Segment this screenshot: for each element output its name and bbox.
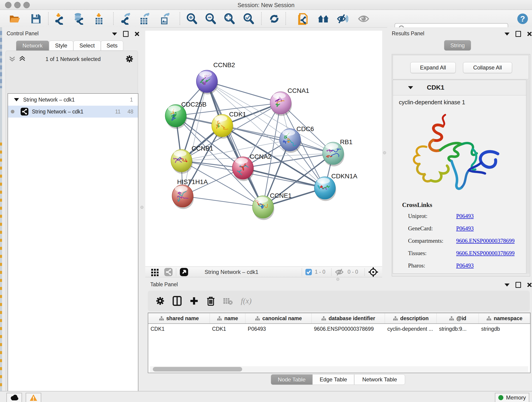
tab-sets[interactable]: Sets	[101, 41, 123, 51]
tab-node-table[interactable]: Node Table	[271, 374, 312, 385]
network-edge[interactable]	[207, 81, 263, 207]
warnings-button[interactable]	[26, 393, 41, 402]
network-node[interactable]: CDC6	[279, 125, 314, 153]
close-panel-icon[interactable]	[527, 282, 532, 287]
table-cell[interactable]: P06493	[245, 324, 312, 334]
float-panel-icon[interactable]	[505, 32, 510, 36]
maximize-panel-icon[interactable]	[123, 31, 128, 37]
tab-network[interactable]: Network	[16, 41, 49, 51]
table-horizontal-scrollbar[interactable]	[150, 366, 528, 372]
close-panel-icon[interactable]	[134, 32, 139, 36]
network-node[interactable]: CDKN1A	[314, 172, 357, 201]
table-options-button[interactable]	[156, 296, 165, 306]
scrollbar-thumb[interactable]	[153, 367, 242, 371]
tab-network-table[interactable]: Network Table	[354, 374, 405, 385]
show-grid-button[interactable]	[151, 268, 159, 276]
network-graph[interactable]: CCNB2CCNA1CDC25BCDK1CDC6RB1CCNB1CCNA2CDK…	[145, 31, 382, 267]
network-collection-row[interactable]: String Network – cdk1 1	[8, 94, 138, 106]
export-table-icon	[140, 13, 149, 24]
network-node[interactable]: CCNB2	[196, 61, 235, 95]
save-session-button[interactable]	[30, 13, 42, 25]
column-header-description[interactable]: description	[385, 313, 437, 323]
zoom-selected-button[interactable]	[243, 13, 254, 25]
table-cell[interactable]: CDK1	[148, 324, 210, 334]
export-image-button[interactable]	[159, 13, 171, 25]
network-node[interactable]: CDC25B	[165, 101, 206, 129]
maximize-panel-icon[interactable]	[515, 282, 521, 288]
collapse-triangle-icon[interactable]	[408, 86, 413, 89]
tab-select[interactable]: Select	[73, 41, 101, 51]
table-cell[interactable]: stringdb:9...	[437, 324, 479, 334]
right-splitter-handle[interactable]	[383, 151, 386, 154]
collapse-triangle-icon[interactable]	[14, 98, 19, 101]
zoom-out-button[interactable]	[205, 13, 216, 25]
table-cell[interactable]: 9606.ENSP00000378699	[312, 324, 385, 334]
tab-string[interactable]: String	[444, 40, 471, 51]
export-network-button[interactable]	[120, 13, 132, 25]
create-column-button[interactable]	[190, 296, 199, 306]
crosslink-value-link[interactable]: P06493	[456, 225, 474, 232]
network-edge[interactable]	[183, 196, 263, 207]
expand-all-button[interactable]: Expand All	[410, 62, 456, 73]
network-row-selected[interactable]: String Network – cdk1 11 48	[8, 106, 138, 118]
birdseye-view-button[interactable]	[179, 268, 189, 277]
memory-status-dot-icon	[498, 395, 503, 400]
apply-layout-button[interactable]	[268, 13, 280, 25]
tab-style[interactable]: Style	[49, 41, 73, 51]
enhanced-labels-toggle-button[interactable]	[337, 13, 348, 25]
table-cell[interactable]: cyclin-dependent ...	[385, 324, 437, 334]
collapse-all-button[interactable]	[8, 55, 17, 63]
crosslink-value-link[interactable]: P06493	[456, 213, 474, 219]
column-header-canonical-name[interactable]: canonical name	[245, 313, 312, 323]
network-options-button[interactable]	[125, 55, 133, 63]
float-panel-icon[interactable]	[112, 32, 117, 36]
fit-content-button[interactable]	[368, 267, 379, 277]
selected-checkbox-icon[interactable]	[305, 269, 312, 275]
cloud-button[interactable]	[6, 393, 22, 402]
close-panel-icon[interactable]	[527, 32, 532, 36]
zoom-in-button[interactable]	[186, 13, 197, 25]
column-type-icon	[321, 316, 326, 321]
network-node[interactable]: HIST1H1A	[172, 178, 208, 209]
delete-table-button[interactable]	[223, 297, 233, 305]
float-panel-icon[interactable]	[505, 283, 510, 287]
protein-card-header[interactable]: CDK1	[393, 80, 529, 95]
show-columns-button[interactable]	[172, 296, 182, 306]
network-node[interactable]: CDK1	[212, 111, 246, 139]
table-cell[interactable]: stringdb	[479, 324, 530, 334]
export-table-button[interactable]	[139, 13, 150, 25]
column-header-shared-name[interactable]: shared name	[148, 313, 210, 323]
maximize-panel-icon[interactable]	[515, 31, 521, 37]
import-table-button[interactable]	[93, 13, 104, 25]
collapse-all-button[interactable]: Collapse All	[463, 62, 512, 73]
column-header-namespace[interactable]: namespace	[479, 313, 530, 323]
network-edge[interactable]	[222, 126, 333, 153]
column-header--id[interactable]: @id	[437, 313, 479, 323]
zoom-fit-button[interactable]	[224, 13, 235, 25]
network-node[interactable]: RB1	[323, 138, 352, 166]
string-home-button[interactable]	[317, 13, 329, 25]
crosslink-value-link[interactable]: 9606.ENSP00000378699	[456, 250, 515, 256]
open-session-button[interactable]	[9, 13, 21, 25]
network-canvas[interactable]: CCNB2CCNA1CDC25BCDK1CDC6RB1CCNB1CCNA2CDK…	[145, 31, 382, 267]
crosslink-value-link[interactable]: 9606.ENSP00000378699	[456, 238, 515, 244]
crosslink-value-link[interactable]: P06493	[456, 262, 474, 269]
delete-column-button[interactable]	[206, 296, 215, 306]
results-scrollbar[interactable]	[526, 80, 530, 274]
memory-button[interactable]: Memory	[495, 393, 529, 402]
network-view-toggle-button[interactable]	[164, 268, 173, 276]
table-row[interactable]: CDK1CDK1P064939606.ENSP00000378699cyclin…	[148, 324, 530, 334]
left-splitter-handle[interactable]	[140, 206, 143, 209]
help-button[interactable]: ?	[517, 13, 528, 25]
tab-edge-table[interactable]: Edge Table	[312, 374, 354, 385]
show-graphics-details-button[interactable]	[358, 13, 369, 25]
function-builder-button[interactable]: f(x)	[241, 297, 252, 305]
hidden-eye-icon[interactable]	[335, 268, 344, 276]
column-header-database-identifier[interactable]: database identifier	[312, 313, 385, 323]
import-network-from-database-button[interactable]	[73, 13, 84, 25]
expand-all-button[interactable]	[19, 55, 27, 63]
table-cell[interactable]: CDK1	[210, 324, 246, 334]
column-header-name[interactable]: name	[210, 313, 246, 323]
import-network-file-button[interactable]	[53, 13, 65, 25]
string-import-button[interactable]	[298, 13, 309, 25]
